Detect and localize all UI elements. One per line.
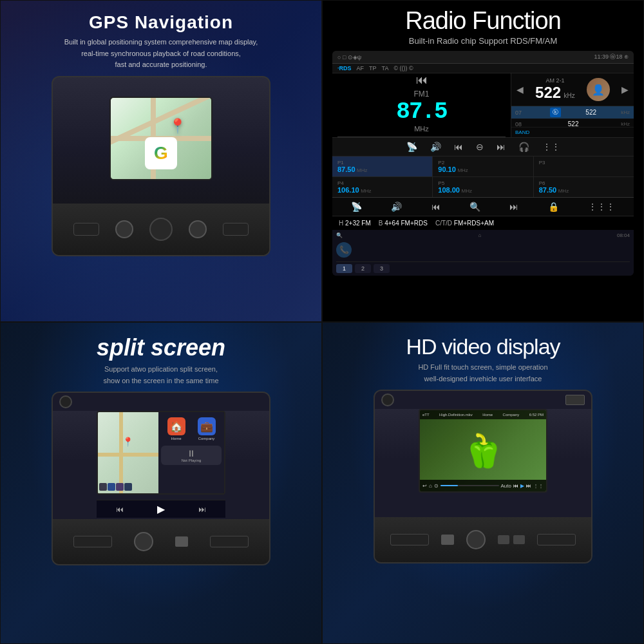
radio-phone-screen: 🔍 ⌂ 08:04 📞 1 2 3 [332,230,634,276]
radio-subtitle: Built-in Radio chip Support RDS/FM/AM [409,36,557,46]
radio-arrow-left-icon[interactable]: ◀ [516,84,524,95]
radio-freq-unit: MHz [414,125,429,133]
radio-preset-p1[interactable]: P1 87.50 MHz [332,156,432,176]
hazard-button[interactable] [175,536,188,547]
split-carplay-half: 🏠 Home 💼 Company ⏸ Not Playing [158,412,224,493]
rds-af: AF [357,65,365,71]
spec-ctd: C/T/D FM+RDS+AM [435,220,494,227]
radio-screen: ○ □ ⊙◈ψ 11:39 ⓦ18 ⊕ ·RDS AF TP TA © (())… [332,51,634,276]
ctrl-prev-icon[interactable]: ⏮ [431,202,440,212]
radio-preset-p5[interactable]: P5 108.00 MHz [433,177,533,197]
station-freq-08: 522 [568,120,579,127]
hd-ctrl-prev-icon[interactable]: ⏮ [513,483,518,489]
hd-ctrl-grid-icon[interactable]: ⋮⋮ [533,483,544,489]
car-interior: 📍 G [52,76,270,256]
radio-preset-p4[interactable]: P4 106.10 MHz [332,177,432,197]
dash-button-left[interactable] [115,220,133,238]
split-screen-display: 16:08 4G 📍 [97,411,225,495]
radio-station-item-08[interactable]: 08 522 kHz [511,119,634,127]
dash-button-right[interactable] [189,220,207,238]
spec-b: B 4+64 FM+RDS [379,220,428,227]
split-not-playing: ⏸ Not Playing [161,446,222,465]
radio-freq-label: FM1 [414,90,430,99]
preset-unit-p6: MHz [558,188,569,194]
preset-freq-p4: 106.10 [337,186,359,194]
hd-progress-bar[interactable] [440,485,499,486]
hd-center-button[interactable] [466,530,486,549]
phone-app-3 [116,483,124,491]
radio-nav-controls: ⏮ [416,73,428,87]
radio-prev-icon[interactable]: ⏮ [416,73,428,87]
google-g-letter: G [154,143,168,164]
split-vent-left [73,536,112,547]
radio-avatar-thumb: 👤 [587,78,610,101]
preset-unit-p4: MHz [361,188,371,194]
ctrl-eq-icon[interactable]: ⋮⋮⋮ [588,202,615,212]
ctrl-cast-icon[interactable]: 📡 [351,202,362,212]
radio-preset-p2[interactable]: P2 90.10 MHz [433,156,533,176]
hd-video-controls: ↩ ⌂ ⊙ Auto ⏮ ▶ ⏭ ⋮⋮ [420,480,546,491]
phone-tab-3[interactable]: 3 [374,264,390,273]
rds-symbols: © (()) © [393,65,413,71]
hd-car-top-bar [375,391,591,409]
station-num-07: 07 [515,109,526,116]
hd-ctrl-next-icon[interactable]: ⏭ [526,483,531,489]
hd-screen-display: 🫑 eTT High.Definition.mkv Home Company 6… [419,409,547,493]
media-skip-fwd-icon[interactable]: ⏭ [198,505,206,514]
radio-status-left: ○ □ ⊙◈ψ [337,54,361,61]
dash-button-center[interactable] [149,218,173,241]
radio-controls-bar: 📡 🔊 ⏮ 🔍 ⏭ 🔒 ⋮⋮⋮ [332,198,634,216]
home-app-icon: 🏠 [167,417,185,435]
radio-headphone-icon[interactable]: 🎧 [518,142,529,152]
hd-subtitle: HD Full fit touch screen, simple operati… [418,362,547,384]
hd-ctrl-play-icon[interactable]: ▶ [520,483,524,489]
radio-eq-icon[interactable]: ⋮⋮ [542,142,560,152]
hd-right-btn-1[interactable] [498,535,509,544]
hd-ctrl-home-icon[interactable]: ⌂ [429,483,432,489]
preset-label-p5: P5 [438,180,527,186]
split-app-home[interactable]: 🏠 Home [167,417,185,440]
hd-hazard-button[interactable] [441,535,454,545]
preset-unit-p5: MHz [462,188,472,194]
spec-h: H 2+32 FM [339,220,371,227]
ctrl-lock-icon[interactable]: 🔒 [548,202,559,212]
radio-band-indicator: BAND [511,127,634,137]
rds-label: ·RDS [337,65,352,71]
radio-fm-label: FM1 [414,90,430,99]
hd-pepper-image: 🫑 [463,432,503,469]
radio-volume-icon[interactable]: 🔊 [430,142,441,152]
radio-skip-fwd-icon[interactable]: ⏭ [497,142,506,152]
preset-freq-p5: 108.00 [438,186,460,194]
split-subtitle: Support atwo pplication split screen,sho… [103,364,218,386]
hd-car-interior: 🫑 eTT High.Definition.mkv Home Company 6… [374,390,592,564]
radio-preset-p3[interactable]: P3 [534,156,634,176]
radio-preset-p6[interactable]: P6 87.50 MHz [534,177,634,197]
split-apps-row: 🏠 Home 💼 Company [161,417,222,440]
radio-arrow-right-icon[interactable]: ▶ [621,84,629,95]
ctrl-next-icon[interactable]: ⏭ [509,202,518,212]
radio-status-bar: ○ □ ⊙◈ψ 11:39 ⓦ18 ⊕ [332,51,634,64]
hd-ctrl-back-icon[interactable]: ↩ [422,483,427,489]
media-play-icon[interactable]: ▶ [157,503,165,515]
ctrl-vol-icon[interactable]: 🔊 [391,202,402,212]
split-road-h [98,453,158,457]
radio-station-item-07[interactable]: 07 ⓚ 522 kHz [511,106,634,119]
phone-tab-2[interactable]: 2 [355,264,371,273]
hd-ctrl-settings-icon[interactable]: ⊙ [434,483,439,489]
hd-right-btn-2[interactable] [513,535,525,544]
ctrl-zoom-icon[interactable]: 🔍 [469,202,480,212]
media-skip-back-icon[interactable]: ⏮ [116,505,124,514]
station-freq-07: 522 [585,109,596,116]
phone-home-icon: ⌂ [478,232,482,238]
radio-skip-back-icon[interactable]: ⏮ [454,142,463,152]
radio-station-list: 07 ⓚ 522 kHz 08 522 kHz 09 522 [511,106,634,127]
phone-call-icon[interactable]: 📞 [336,242,352,258]
split-app-company[interactable]: 💼 Company [198,417,216,440]
radio-minus-icon[interactable]: ⊖ [476,142,484,152]
radio-cast-icon[interactable]: 📡 [406,142,417,152]
home-app-label: Home [171,437,181,440]
split-center-button[interactable] [134,532,153,551]
map-screen: 📍 G [109,97,213,180]
preset-unit-p2: MHz [457,167,468,173]
phone-tab-1[interactable]: 1 [336,264,352,273]
